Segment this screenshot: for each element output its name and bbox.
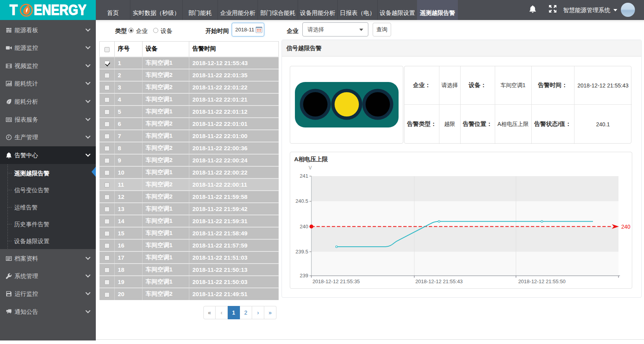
svg-text:241: 241 (300, 173, 308, 179)
svg-text:239.5: 239.5 (295, 249, 308, 255)
svg-text:ENERGY: ENERGY (34, 2, 86, 18)
svg-text:240.5: 240.5 (295, 198, 308, 204)
svg-text:2018-12-12 21:55:35: 2018-12-12 21:55:35 (313, 278, 360, 284)
svg-text:239: 239 (300, 273, 308, 278)
svg-text:2018-12-12 21:55:50: 2018-12-12 21:55:50 (518, 278, 566, 284)
svg-text:T: T (9, 2, 18, 18)
svg-text:240: 240 (621, 224, 631, 230)
svg-text:2018-12-12 21:55:43: 2018-12-12 21:55:43 (415, 278, 463, 284)
svg-text:V: V (309, 165, 312, 171)
svg-text:240: 240 (300, 224, 308, 229)
